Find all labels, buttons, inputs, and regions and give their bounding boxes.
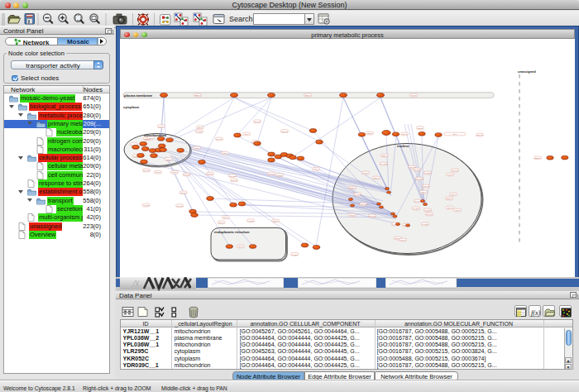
svg-text:(ster-l): (ster-l) bbox=[446, 198, 452, 200]
svg-text:(pro-b): (pro-b) bbox=[452, 170, 458, 172]
svg-text:(ac-l): (ac-l) bbox=[421, 191, 426, 194]
svg-text:(4-MM): (4-MM) bbox=[413, 208, 419, 210]
svg-text:mitochondrion: mitochondrion bbox=[144, 133, 167, 137]
svg-text:(la-g): (la-g) bbox=[447, 174, 452, 176]
svg-text:unassigned: unassigned bbox=[518, 69, 536, 74]
svg-text:nucleus: nucleus bbox=[397, 144, 409, 148]
svg-text:(W-cyt): (W-cyt) bbox=[176, 205, 183, 208]
svg-text:(ac-l): (ac-l) bbox=[452, 133, 457, 136]
svg-text:(nu-d): (nu-d) bbox=[350, 214, 356, 217]
svg-text:(Wr-c): (Wr-c) bbox=[363, 172, 369, 174]
svg-text:(mi-c): (mi-c) bbox=[218, 222, 224, 224]
svg-text:(4-MM): (4-MM) bbox=[247, 220, 254, 222]
svg-text:(st-d): (st-d) bbox=[223, 152, 227, 155]
svg-text:(mt-b): (mt-b) bbox=[367, 132, 373, 135]
svg-text:(EtOH): (EtOH) bbox=[194, 94, 201, 97]
svg-text:(EtOH): (EtOH) bbox=[534, 157, 541, 160]
svg-text:(W-cyt): (W-cyt) bbox=[414, 200, 421, 203]
svg-text:(W-cyt): (W-cyt) bbox=[229, 175, 236, 178]
svg-text:(mt-b): (mt-b) bbox=[198, 127, 203, 129]
svg-text:(ac-l): (ac-l) bbox=[244, 133, 249, 136]
svg-text:cytoplasm: cytoplasm bbox=[123, 105, 140, 109]
svg-text:(pro-b): (pro-b) bbox=[401, 133, 408, 136]
svg-text:(W-cyt): (W-cyt) bbox=[143, 170, 150, 172]
svg-text:plasma membrane: plasma membrane bbox=[124, 93, 153, 98]
svg-text:(W-cyt): (W-cyt) bbox=[216, 138, 223, 141]
svg-text:(1-AMP): (1-AMP) bbox=[415, 178, 423, 180]
svg-text:(4-MM): (4-MM) bbox=[143, 204, 150, 207]
svg-text:(MW-g): (MW-g) bbox=[231, 179, 237, 182]
svg-text:(Wr-c): (Wr-c) bbox=[148, 137, 154, 140]
svg-text:(mt-b): (mt-b) bbox=[194, 147, 200, 150]
svg-text:(ac-l): (ac-l) bbox=[313, 168, 318, 170]
svg-text:(pro-b): (pro-b) bbox=[426, 213, 433, 216]
svg-text:(MW-g): (MW-g) bbox=[360, 203, 366, 206]
svg-text:(W-cyt): (W-cyt) bbox=[354, 194, 361, 196]
svg-text:(4-MM): (4-MM) bbox=[291, 254, 298, 256]
svg-text:(mi-c): (mi-c) bbox=[451, 194, 457, 196]
svg-text:(MW-g): (MW-g) bbox=[476, 134, 483, 136]
svg-text:(MW-g): (MW-g) bbox=[423, 185, 429, 188]
svg-text:(mt-b): (mt-b) bbox=[165, 159, 171, 161]
svg-text:(W-cyt): (W-cyt) bbox=[254, 121, 261, 123]
svg-text:(mt-b): (mt-b) bbox=[277, 174, 283, 177]
svg-text:(4-MM): (4-MM) bbox=[422, 223, 428, 226]
svg-text:(W-cyt): (W-cyt) bbox=[184, 174, 190, 176]
svg-text:(pro-b): (pro-b) bbox=[180, 192, 187, 194]
svg-text:(Wr-c): (Wr-c) bbox=[269, 173, 275, 175]
svg-text:(4-MM): (4-MM) bbox=[424, 209, 431, 212]
svg-text:(Wr-c): (Wr-c) bbox=[156, 171, 161, 174]
svg-text:(EtOH): (EtOH) bbox=[349, 187, 356, 189]
svg-text:(pro-b): (pro-b) bbox=[207, 173, 213, 175]
svg-text:(mi-c): (mi-c) bbox=[223, 217, 229, 219]
svg-text:(mi-c): (mi-c) bbox=[455, 209, 461, 212]
svg-text:endoplasmic reticulum: endoplasmic reticulum bbox=[214, 230, 250, 234]
svg-text:(mi-c): (mi-c) bbox=[159, 126, 165, 128]
svg-text:(W-cyt): (W-cyt) bbox=[414, 169, 420, 171]
svg-text:(W-cyt): (W-cyt) bbox=[369, 215, 376, 218]
svg-text:f(x): f(x) bbox=[531, 309, 540, 317]
svg-text:(mt-b): (mt-b) bbox=[418, 127, 423, 130]
svg-text:(Wr-c): (Wr-c) bbox=[172, 171, 178, 174]
svg-text:(4-MM): (4-MM) bbox=[196, 131, 203, 133]
svg-text:(1-AMP): (1-AMP) bbox=[380, 163, 387, 165]
svg-text:(Wr-c): (Wr-c) bbox=[400, 239, 406, 241]
svg-text:(mi-c): (mi-c) bbox=[447, 207, 453, 209]
svg-text:(Wr-c): (Wr-c) bbox=[411, 94, 417, 97]
svg-text:(ster-l): (ster-l) bbox=[373, 177, 379, 179]
svg-text:(MW-g): (MW-g) bbox=[281, 131, 288, 133]
svg-text:(tr-d): (tr-d) bbox=[238, 246, 243, 248]
svg-text:(4-MM): (4-MM) bbox=[424, 172, 431, 174]
svg-text:(ster-l): (ster-l) bbox=[381, 155, 387, 157]
svg-text:(mt-b): (mt-b) bbox=[273, 220, 279, 222]
svg-text:(ster-l): (ster-l) bbox=[304, 94, 310, 97]
